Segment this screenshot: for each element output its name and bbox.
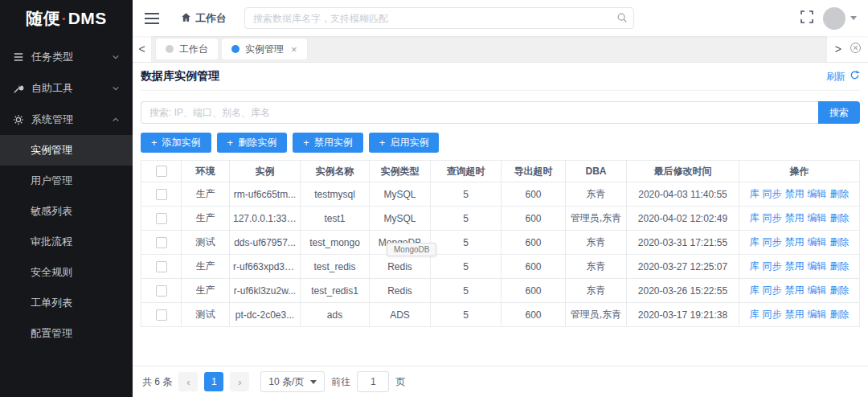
action-db-link[interactable]: 库	[750, 236, 760, 248]
action-edit-link[interactable]: 编辑	[808, 236, 827, 248]
disable-instance-button[interactable]: +禁用实例	[293, 133, 363, 153]
tabs-scroll-right-button[interactable]: >	[835, 43, 841, 55]
action-db-link[interactable]: 库	[750, 260, 760, 272]
user-menu[interactable]	[823, 7, 857, 30]
goto-page-input[interactable]	[357, 371, 389, 392]
delete-instance-button[interactable]: +删除实例	[217, 133, 288, 153]
logo-dot: ·	[61, 9, 68, 28]
submenu-label: 敏感列表	[31, 204, 72, 219]
action-disable-link[interactable]: 禁用	[785, 188, 805, 199]
action-db-link[interactable]: 库	[750, 188, 760, 199]
sidebar-item-task-types[interactable]: 任务类型	[0, 41, 133, 72]
caret-down-icon	[310, 380, 317, 384]
submenu-label: 实例管理	[31, 143, 72, 158]
sidebar-item-instance-management[interactable]: 实例管理	[0, 135, 133, 166]
action-delete-link[interactable]: 删除	[830, 284, 850, 296]
page-number-button[interactable]: 1	[204, 372, 223, 391]
action-sync-link[interactable]: 同步	[763, 236, 782, 248]
sidebar-item-user-management[interactable]: 用户管理	[0, 166, 133, 196]
sidebar-item-label: 系统管理	[31, 113, 73, 127]
sidebar-item-label: 任务类型	[31, 50, 73, 64]
action-edit-link[interactable]: 编辑	[808, 284, 827, 296]
hamburger-menu-icon[interactable]	[144, 12, 160, 25]
instance-search-input[interactable]	[141, 101, 818, 124]
fullscreen-icon[interactable]	[800, 10, 813, 27]
row-checkbox[interactable]	[156, 285, 167, 297]
tab-workbench[interactable]: 工作台	[156, 39, 218, 59]
action-edit-link[interactable]: 编辑	[808, 188, 827, 199]
cell-operations: 库同步禁用编辑删除	[739, 279, 860, 303]
action-disable-link[interactable]: 禁用	[785, 309, 805, 320]
row-checkbox[interactable]	[156, 261, 167, 272]
cell-export-timeout: 600	[502, 207, 566, 231]
action-sync-link[interactable]: 同步	[763, 284, 782, 296]
action-db-link[interactable]: 库	[750, 212, 760, 223]
cell-export-timeout: 600	[502, 231, 566, 255]
next-page-button[interactable]: ›	[230, 372, 249, 391]
sidebar-item-sensitive-list[interactable]: 敏感列表	[0, 196, 133, 227]
action-delete-link[interactable]: 删除	[830, 236, 850, 248]
sidebar-item-security-rules[interactable]: 安全规则	[0, 257, 133, 288]
table-row: 生产 r-uf6kl3zu2w... test_redis1 Redis 5 6…	[141, 279, 860, 303]
action-edit-link[interactable]: 编辑	[808, 212, 827, 223]
sidebar-item-label: 自助工具	[31, 81, 73, 96]
action-edit-link[interactable]: 编辑	[808, 309, 827, 320]
global-search	[244, 7, 634, 29]
tab-instance-management[interactable]: 实例管理 ×	[222, 39, 307, 59]
action-disable-link[interactable]: 禁用	[785, 260, 805, 272]
action-delete-link[interactable]: 删除	[830, 260, 850, 272]
search-button[interactable]: 搜索	[818, 101, 860, 124]
cell-type: Redis	[370, 255, 431, 279]
sidebar-item-self-tools[interactable]: 自助工具	[0, 72, 133, 104]
action-sync-link[interactable]: 同步	[763, 188, 782, 199]
row-checkbox[interactable]	[156, 309, 167, 321]
cell-query-timeout: 5	[431, 182, 502, 207]
action-delete-link[interactable]: 删除	[830, 309, 850, 320]
goto-label: 前往	[331, 375, 350, 389]
refresh-button[interactable]: 刷新	[826, 70, 860, 84]
close-all-tabs-icon[interactable]	[850, 42, 862, 57]
row-checkbox[interactable]	[156, 237, 167, 248]
sidebar-item-config-management[interactable]: 配置管理	[0, 318, 133, 349]
prev-page-button[interactable]: ‹	[178, 372, 198, 391]
row-checkbox[interactable]	[156, 213, 167, 224]
button-label: 添加实例	[162, 136, 201, 149]
cell-export-timeout: 600	[502, 303, 566, 327]
button-label: 启用实例	[390, 136, 428, 149]
breadcrumb[interactable]: 工作台	[181, 11, 227, 26]
cell-name: test1	[301, 207, 370, 231]
action-delete-link[interactable]: 删除	[830, 212, 850, 223]
cell-name: testmysql	[301, 182, 370, 207]
action-disable-link[interactable]: 禁用	[785, 236, 805, 248]
instances-table: 环境 实例 实例名称 实例类型 查询超时 导出超时 DBA 最后修改时间 操作	[141, 160, 860, 327]
action-sync-link[interactable]: 同步	[763, 212, 782, 223]
action-sync-link[interactable]: 同步	[763, 309, 782, 320]
tab-label: 实例管理	[245, 43, 284, 56]
action-disable-link[interactable]: 禁用	[785, 284, 805, 296]
tabs-scroll-left-button[interactable]: <	[133, 36, 152, 62]
search-icon[interactable]	[616, 12, 628, 27]
tab-strip-controls: >	[826, 36, 868, 62]
sidebar-item-ticket-list[interactable]: 工单列表	[0, 288, 133, 318]
action-delete-link[interactable]: 删除	[830, 188, 850, 199]
select-all-checkbox[interactable]	[156, 166, 167, 177]
enable-instance-button[interactable]: +启用实例	[369, 133, 440, 153]
page-size-select[interactable]: 10 条/页	[260, 371, 325, 392]
table-row: 测试 pt-dc-2c0e3... ads ADS 5 600 管理员,东青 2…	[141, 303, 860, 327]
global-search-input[interactable]	[244, 7, 634, 29]
add-instance-button[interactable]: +添加实例	[141, 133, 211, 153]
action-disable-link[interactable]: 禁用	[785, 212, 805, 223]
avatar[interactable]	[823, 7, 845, 30]
sidebar-item-system-management[interactable]: 系统管理	[0, 104, 133, 135]
row-checkbox[interactable]	[156, 189, 167, 200]
action-db-link[interactable]: 库	[750, 284, 760, 296]
cell-operations: 库同步禁用编辑删除	[739, 255, 860, 279]
action-sync-link[interactable]: 同步	[763, 260, 782, 272]
action-edit-link[interactable]: 编辑	[808, 260, 827, 272]
sidebar-item-approval-flow[interactable]: 审批流程	[0, 227, 133, 257]
close-icon[interactable]: ×	[291, 44, 297, 55]
cell-operations: 库同步禁用编辑删除	[739, 182, 860, 207]
cell-instance: pt-dc-2c0e3...	[230, 303, 301, 327]
action-db-link[interactable]: 库	[750, 309, 760, 320]
cell-operations: 库同步禁用编辑删除	[739, 303, 860, 327]
